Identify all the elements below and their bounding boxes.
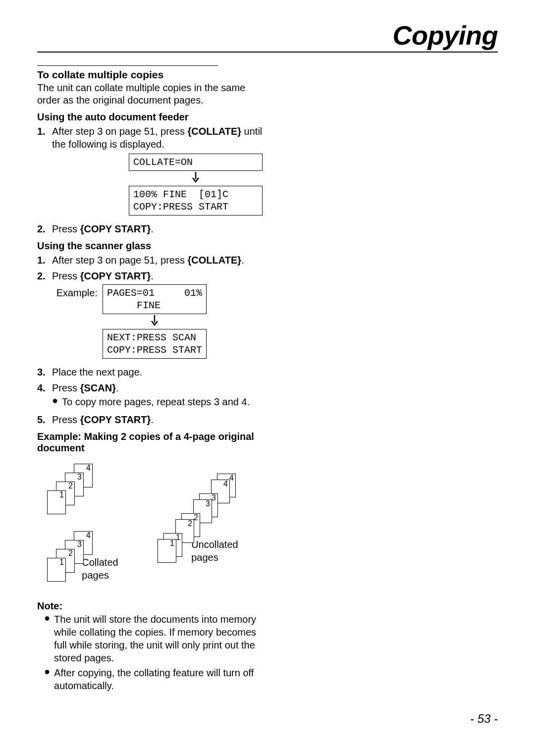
step-number: 1. [37, 254, 48, 267]
collated-stack-top: 4 3 2 1 [47, 464, 107, 523]
step-number: 3. [37, 366, 48, 378]
page-sheet: 1 [47, 490, 66, 514]
step-text-after: . [116, 382, 119, 393]
note-heading: Note: [37, 600, 263, 612]
step-number: 5. [37, 413, 48, 426]
example-heading: Example: Making 2 copies of a 4-page ori… [37, 431, 263, 454]
lcd-display: NEXT:PRESS SCAN COPY:PRESS START [103, 329, 207, 359]
step-text: After step 3 on page 51, press [52, 126, 188, 137]
note-text: The unit will store the documents into m… [54, 613, 263, 664]
step-text: Place the next page. [52, 366, 142, 378]
step-text-after: . [151, 223, 154, 234]
step-number: 2. [37, 270, 48, 363]
step-text-after: . [151, 270, 154, 281]
glass-step-2: 2. Press {COPY START}. Example: PAGES=01… [37, 270, 263, 363]
adf-step-2: 2. Press {COPY START}. [37, 222, 263, 235]
step-text: Press [52, 382, 80, 393]
bullet-icon: ● [44, 613, 50, 664]
adf-heading: Using the auto document feeder [37, 111, 263, 123]
collated-stack-bottom: 4 3 2 1 [47, 531, 102, 586]
scan-key: {SCAN} [80, 382, 116, 393]
substep-bullet: ●To copy more pages, repeat steps 3 and … [52, 395, 250, 408]
bullet-text: To copy more pages, repeat steps 3 and 4… [62, 395, 250, 408]
bullet-icon: ● [52, 395, 58, 408]
step-number: 1. [37, 125, 48, 219]
note-text: After copying, the collating feature wil… [54, 666, 263, 692]
page-title: Copying [37, 20, 498, 51]
glass-step-4: 4. Press {SCAN}. ●To copy more pages, re… [37, 381, 263, 410]
step-text-after: . [151, 414, 154, 425]
step-text: After step 3 on page 51, press [52, 255, 188, 266]
page-sheet: 1 [158, 539, 176, 563]
page-sheet: 1 [47, 558, 66, 582]
section-divider [37, 65, 218, 66]
copy-start-key: {COPY START} [80, 270, 151, 281]
uncollated-stack: 4 4 3 3 2 2 1 1 [158, 474, 236, 583]
arrow-down-icon [129, 172, 263, 185]
step-text: Press [52, 223, 80, 234]
copy-start-key: {COPY START} [80, 414, 151, 425]
step-text-after: . [241, 255, 244, 266]
bullet-icon: ● [44, 666, 50, 692]
step-text: Press [52, 270, 80, 281]
note-bullet: ●The unit will store the documents into … [44, 613, 263, 664]
collate-heading: To collate multiple copies [37, 69, 263, 81]
step-text: Press [52, 414, 80, 425]
note-bullet: ●After copying, the collating feature wi… [44, 666, 263, 692]
collation-diagram: 4 3 2 1 4 3 2 1 Collated pages [47, 464, 263, 586]
glass-step-3: 3. Place the next page. [37, 366, 263, 378]
step-number: 4. [37, 381, 48, 410]
collate-key: {COLLATE} [188, 126, 242, 137]
adf-step-1: 1. After step 3 on page 51, press {COLLA… [37, 125, 263, 219]
collate-key: {COLLATE} [188, 255, 242, 266]
glass-step-1: 1. After step 3 on page 51, press {COLLA… [37, 254, 263, 267]
collate-intro: The unit can collate multiple copies in … [37, 82, 263, 107]
glass-step-5: 5. Press {COPY START}. [37, 413, 263, 426]
page-number: - 53 - [37, 712, 498, 726]
lcd-display: PAGES=01 01% FINE [103, 284, 207, 314]
step-number: 2. [37, 222, 48, 235]
copy-start-key: {COPY START} [80, 223, 151, 234]
arrow-down-icon [103, 315, 207, 328]
example-label: Example: [52, 284, 98, 299]
glass-heading: Using the scanner glass [37, 240, 263, 252]
lcd-display: 100% FINE [01]C COPY:PRESS START [129, 186, 263, 216]
lcd-display: COLLATE=ON [129, 154, 263, 171]
